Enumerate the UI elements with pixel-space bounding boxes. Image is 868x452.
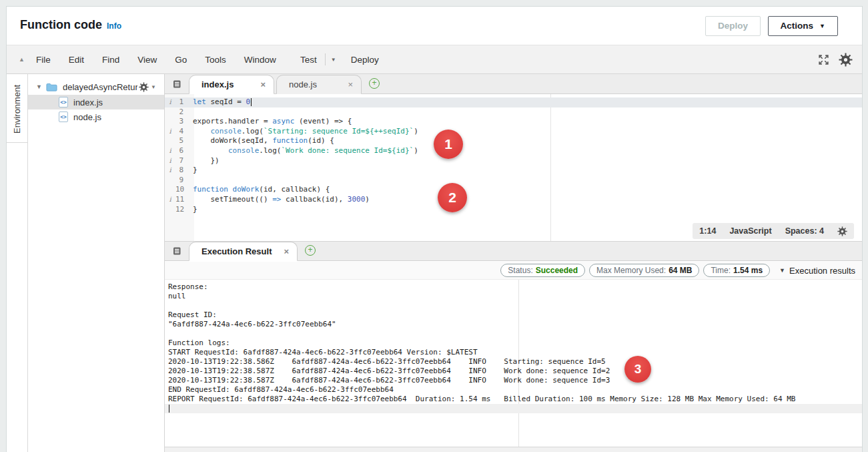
actions-button-label: Actions — [781, 21, 814, 31]
collapse-panel-icon[interactable]: ▲ — [19, 56, 25, 63]
menu-items: FileEditFindViewGoToolsWindow — [36, 45, 276, 73]
lint-info-icon — [165, 117, 175, 127]
line-number: 6 — [175, 146, 189, 156]
ide-settings-gear-icon[interactable] — [839, 53, 853, 67]
lint-info-icon: i — [165, 97, 175, 107]
log-line: 2020-10-13T19:22:38.587Z 6afdf887-424a-4… — [165, 367, 862, 376]
tree-files: <> index.js <> node.js — [28, 95, 164, 124]
test-dropdown-icon[interactable]: ▼ — [331, 57, 336, 63]
code-text: } — [189, 166, 197, 176]
tree-settings-gear-icon[interactable] — [139, 82, 149, 92]
page-title: Function code — [20, 18, 102, 32]
editor-pane: index.js × node.js × + i 1 let seqId = 0… — [165, 74, 862, 452]
tree-folder-row[interactable]: ▼ delayedAsyncReturn ▼ — [28, 79, 164, 94]
execution-log-editor[interactable]: Response:nullRequest ID:"6afdf887-424a-4… — [165, 280, 862, 447]
code-line: 10 function doWork(id, callback) { — [165, 185, 862, 195]
results-tabbar: Execution Result × + — [165, 241, 862, 261]
menu-item[interactable]: Window — [244, 55, 276, 65]
indent-setting[interactable]: Spaces: 4 — [785, 226, 824, 236]
code-text: console.log(`Starting: sequence Id=${++s… — [189, 127, 418, 137]
lint-info-icon — [165, 205, 175, 215]
statusbar-gear-icon[interactable] — [837, 226, 847, 236]
ide-menubar: ▲ FileEditFindViewGoToolsWindow Test ▼ D… — [7, 45, 862, 74]
log-lines: Response:nullRequest ID:"6afdf887-424a-4… — [165, 282, 862, 413]
editor-tabs: index.js × node.js × — [189, 74, 364, 93]
code-lines: i 1 let seqId = 0 2 3 exports.handler = … — [165, 97, 862, 214]
code-text — [189, 176, 193, 186]
result-badges: Status: Succeeded Max Memory Used: 64 MB… — [500, 264, 770, 277]
badge-value: 1.54 ms — [733, 266, 763, 275]
new-tab-plus-icon[interactable]: + — [369, 78, 380, 89]
cursor-position[interactable]: 1:14 — [699, 226, 716, 236]
results-tab-list-icon[interactable] — [171, 246, 182, 256]
tree-file-item[interactable]: <> node.js — [28, 109, 164, 124]
js-file-icon: <> — [59, 97, 68, 107]
code-line: 5 doWork(seqId, function(id) { — [165, 136, 862, 146]
badge-value: Succeeded — [536, 266, 578, 275]
status-badge: Time: 1.54 ms — [703, 264, 770, 277]
folder-name: delayedAsyncReturn — [63, 82, 137, 92]
tab-list-icon[interactable] — [171, 79, 182, 89]
log-line: "6afdf887-424a-4ec6-b622-3ffc07eebb64" — [165, 320, 862, 329]
run-controls: Test ▼ Deploy — [300, 45, 379, 73]
code-text: exports.handler = async (event) => { — [189, 117, 352, 127]
code-editor[interactable]: i 1 let seqId = 0 2 3 exports.handler = … — [165, 94, 862, 241]
menu-item-test[interactable]: Test — [300, 55, 317, 65]
chevron-down-icon: ▼ — [819, 23, 825, 29]
editor-tab[interactable]: index.js × — [189, 75, 274, 94]
status-badge: Max Memory Used: 64 MB — [589, 264, 699, 277]
menubar-right-icons — [818, 45, 853, 73]
tree-settings-caret-icon[interactable]: ▼ — [151, 84, 156, 90]
menu-item[interactable]: Edit — [69, 55, 84, 65]
log-cursor-line — [165, 404, 862, 413]
tab-label: index.js — [201, 79, 234, 89]
folder-icon — [45, 81, 58, 92]
code-line: 3 exports.handler = async (event) => { — [165, 117, 862, 127]
language-mode[interactable]: JavaScript — [729, 226, 771, 236]
tab-label: Execution Result — [201, 246, 272, 256]
line-number: 11 — [175, 195, 189, 205]
close-icon[interactable]: × — [260, 79, 266, 89]
line-number: 8 — [175, 166, 189, 176]
fullscreen-expand-icon[interactable] — [818, 54, 829, 65]
execution-results-dropdown[interactable]: ▼ Execution results — [779, 266, 855, 276]
tab-execution-result[interactable]: Execution Result × — [189, 242, 298, 261]
menu-item[interactable]: Go — [175, 55, 187, 65]
log-line: null — [165, 292, 862, 301]
code-text: function doWork(id, callback) { — [189, 185, 330, 195]
editor-tabbar: index.js × node.js × + — [165, 74, 862, 94]
code-line: i 11 setTimeout(() => callback(id), 3000… — [165, 195, 862, 205]
code-line: i 4 console.log(`Starting: sequence Id=$… — [165, 127, 862, 137]
deploy-button[interactable]: Deploy — [705, 16, 761, 36]
menu-item[interactable]: Find — [102, 55, 119, 65]
environment-tab[interactable]: Environment — [7, 75, 27, 143]
line-number: 10 — [175, 185, 189, 195]
chevron-down-icon: ▼ — [779, 267, 785, 274]
menu-item[interactable]: Tools — [205, 55, 226, 65]
menu-item-deploy[interactable]: Deploy — [351, 55, 379, 65]
results-tabs: Execution Result × — [189, 242, 300, 260]
code-line: 9 — [165, 176, 862, 186]
line-number: 12 — [175, 205, 189, 215]
editor-tab[interactable]: node.js × — [276, 75, 362, 94]
js-file-icon: <> — [59, 111, 68, 122]
tree-file-label: index.js — [73, 97, 103, 107]
log-line: Request ID: — [165, 310, 862, 320]
close-icon[interactable]: × — [348, 79, 353, 89]
close-icon[interactable]: × — [284, 246, 289, 256]
info-link[interactable]: Info — [107, 21, 121, 31]
results-toolbar: Status: Succeeded Max Memory Used: 64 MB… — [165, 262, 862, 280]
log-line: REPORT RequestId: 6afdf887-424a-4ec6-b62… — [165, 395, 862, 404]
code-line: 12 } — [165, 205, 862, 215]
menu-item[interactable]: View — [137, 55, 157, 65]
line-number: 9 — [175, 176, 189, 186]
folder-disclosure-icon[interactable]: ▼ — [36, 83, 45, 90]
log-line: 2020-10-13T19:22:38.587Z 6afdf887-424a-4… — [165, 376, 862, 385]
menu-separator — [325, 53, 326, 65]
menu-item[interactable]: File — [36, 55, 51, 65]
lint-info-icon — [165, 176, 175, 186]
tree-file-item[interactable]: <> index.js — [28, 95, 164, 109]
results-new-tab-plus-icon[interactable]: + — [305, 245, 316, 256]
function-code-panel: Function code Info Deploy Actions▼ ▲ Fil… — [6, 6, 863, 452]
actions-button[interactable]: Actions▼ — [768, 16, 838, 36]
